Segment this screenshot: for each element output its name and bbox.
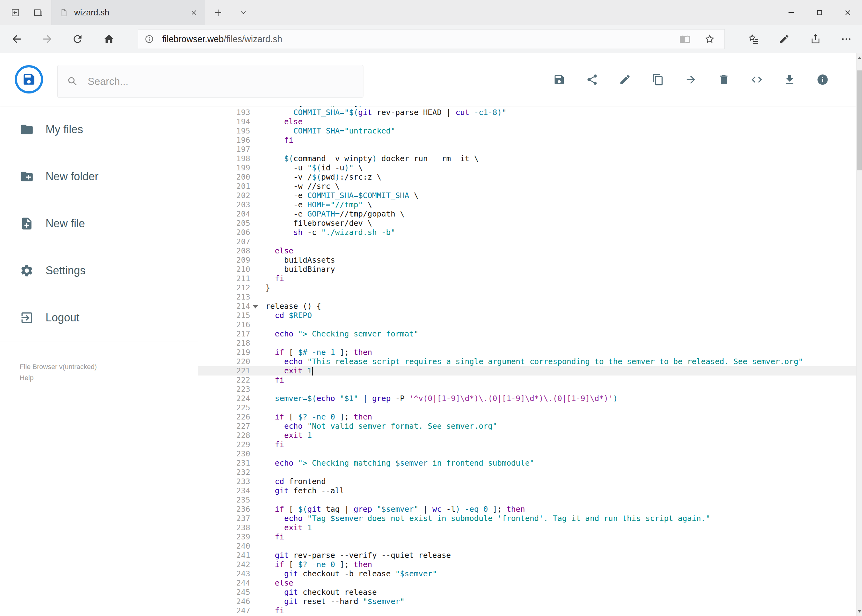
code-line[interactable]: 197 — [198, 145, 856, 154]
code-line[interactable]: 221 exit 1 — [198, 366, 856, 376]
search-box[interactable] — [57, 65, 364, 98]
tab-close-button[interactable] — [190, 9, 198, 17]
code-line[interactable]: 240 — [198, 542, 856, 551]
code-line[interactable]: 243 git checkout -b release "$semver" — [198, 569, 856, 578]
code-line[interactable]: 224 semver=$(echo "$1" | grep -P '^v(0|[… — [198, 394, 856, 403]
code-line[interactable]: 235 — [198, 495, 856, 504]
code-line[interactable]: 214release () { — [198, 302, 856, 311]
code-line[interactable]: 196 fi — [198, 136, 856, 145]
site-info-icon[interactable] — [144, 34, 154, 44]
code-line[interactable]: 208 else — [198, 246, 856, 256]
code-line[interactable]: 223 — [198, 385, 856, 394]
code-line[interactable]: 247 fi — [198, 606, 856, 615]
browser-tab[interactable]: wizard.sh — [51, 0, 205, 25]
code-line[interactable]: 227 echo "Not valid semver format. See s… — [198, 422, 856, 431]
share-button[interactable] — [808, 32, 823, 46]
code-line[interactable]: 219 if [ $# -ne 1 ]; then — [198, 348, 856, 357]
sidebar-item-logout[interactable]: Logout — [0, 294, 198, 341]
code-line[interactable]: 234 git fetch --all — [198, 486, 856, 495]
code-line[interactable]: 231 echo "> Checking matching $semver in… — [198, 459, 856, 468]
code-line[interactable]: 245 git checkout release — [198, 588, 856, 597]
rename-button[interactable] — [618, 73, 632, 86]
scroll-up-arrow[interactable] — [856, 53, 862, 63]
sidebar-item-my-files[interactable]: My files — [0, 106, 198, 153]
code-line[interactable]: 229 fi — [198, 440, 856, 449]
favorite-star-icon[interactable] — [704, 33, 715, 45]
web-note-button[interactable] — [777, 32, 791, 46]
minimize-button[interactable] — [777, 0, 805, 25]
scroll-thumb[interactable] — [857, 71, 862, 170]
code-line[interactable]: 215 cd $REPO — [198, 311, 856, 320]
filebrowser-logo[interactable] — [15, 65, 43, 93]
reading-view-icon[interactable] — [679, 33, 690, 45]
home-button[interactable] — [102, 32, 116, 46]
forward-button[interactable] — [40, 32, 55, 46]
delete-button[interactable] — [717, 73, 731, 86]
code-line[interactable]: 225 — [198, 403, 856, 412]
code-editor[interactable]: 192 if [ -d ".git" ]; then193 COMMIT_SHA… — [198, 106, 856, 616]
code-line[interactable]: 205 filebrowser/dev \ — [198, 218, 856, 228]
favorites-hub-button[interactable] — [746, 32, 761, 46]
info-button[interactable] — [816, 73, 829, 86]
code-line[interactable]: 206 sh -c "./wizard.sh -b" — [198, 228, 856, 237]
code-line[interactable]: 246 git reset --hard "$semver" — [198, 597, 856, 606]
more-menu-button[interactable] — [839, 32, 854, 46]
code-line[interactable]: 230 — [198, 449, 856, 459]
refresh-button[interactable] — [70, 32, 85, 46]
version-link[interactable]: File Browser v(untracked) — [20, 361, 97, 372]
code-line[interactable]: 241 git rev-parse --verify --quiet relea… — [198, 551, 856, 560]
code-line[interactable]: 203 -e HOME="//tmp" \ — [198, 200, 856, 209]
code-line[interactable]: 212} — [198, 283, 856, 292]
code-line[interactable]: 204 -e GOPATH=//tmp/gopath \ — [198, 209, 856, 218]
copy-button[interactable] — [651, 73, 665, 86]
code-line[interactable]: 226 if [ $? -ne 0 ]; then — [198, 412, 856, 422]
code-line[interactable]: 237 echo "Tag $semver does not exist in … — [198, 514, 856, 523]
close-window-button[interactable] — [834, 0, 862, 25]
code-line[interactable]: 236 if [ $(git tag | grep "$semver" | wc… — [198, 504, 856, 514]
code-line[interactable]: 220 echo "This release script requires a… — [198, 357, 856, 366]
page-scrollbar[interactable] — [856, 53, 862, 616]
new-tab-button[interactable] — [211, 0, 225, 25]
sidebar-item-new-file[interactable]: New file — [0, 200, 198, 247]
code-line[interactable]: 217 echo "> Checking semver format" — [198, 329, 856, 339]
tabs-set-aside-button[interactable] — [30, 0, 47, 25]
code-line[interactable]: 232 — [198, 468, 856, 477]
scroll-down-arrow[interactable] — [856, 607, 862, 616]
code-line[interactable]: 239 fi — [198, 532, 856, 542]
code-line[interactable]: 218 — [198, 339, 856, 348]
code-line[interactable]: 238 exit 1 — [198, 523, 856, 532]
code-line[interactable]: 222 fi — [198, 376, 856, 385]
code-line[interactable]: 228 exit 1 — [198, 431, 856, 440]
code-line[interactable]: 195 COMMIT_SHA="untracked" — [198, 126, 856, 136]
search-input[interactable] — [88, 75, 354, 87]
code-line[interactable]: 201 -w //src \ — [198, 182, 856, 191]
move-button[interactable] — [684, 73, 698, 86]
code-line[interactable]: 198 $(command -v winpty) docker run --rm… — [198, 154, 856, 163]
fold-arrow-icon[interactable] — [253, 305, 258, 308]
back-button[interactable] — [9, 32, 24, 46]
save-button[interactable] — [552, 73, 566, 86]
code-line[interactable]: 233 cd frontend — [198, 477, 856, 486]
set-tabs-aside-button[interactable] — [7, 0, 24, 25]
code-line[interactable]: 193 COMMIT_SHA="$(git rev-parse HEAD | c… — [198, 108, 856, 117]
code-line[interactable]: 209 buildAssets — [198, 256, 856, 265]
maximize-button[interactable] — [805, 0, 834, 25]
tab-preview-chevron[interactable] — [236, 0, 250, 25]
help-link[interactable]: Help — [20, 372, 97, 383]
code-line[interactable]: 242 if [ $? -ne 0 ]; then — [198, 560, 856, 569]
sidebar-item-settings[interactable]: Settings — [0, 247, 198, 294]
code-line[interactable]: 244 else — [198, 578, 856, 588]
code-line[interactable]: 216 — [198, 320, 856, 329]
address-bar[interactable]: filebrowser.web/files/wizard.sh — [138, 29, 725, 49]
code-line[interactable]: 210 buildBinary — [198, 265, 856, 274]
code-line[interactable]: 194 else — [198, 117, 856, 126]
sidebar-item-new-folder[interactable]: New folder — [0, 153, 198, 200]
code-line[interactable]: 207 — [198, 237, 856, 246]
code-line[interactable]: 213 — [198, 292, 856, 302]
url-text[interactable]: filebrowser.web/files/wizard.sh — [162, 34, 679, 44]
share-file-button[interactable] — [585, 73, 599, 86]
code-line[interactable]: 202 -e COMMIT_SHA=$COMMIT_SHA \ — [198, 191, 856, 200]
code-line[interactable]: 199 -u "$(id -u)" \ — [198, 163, 856, 173]
raw-view-button[interactable] — [750, 73, 764, 86]
download-button[interactable] — [783, 73, 796, 86]
